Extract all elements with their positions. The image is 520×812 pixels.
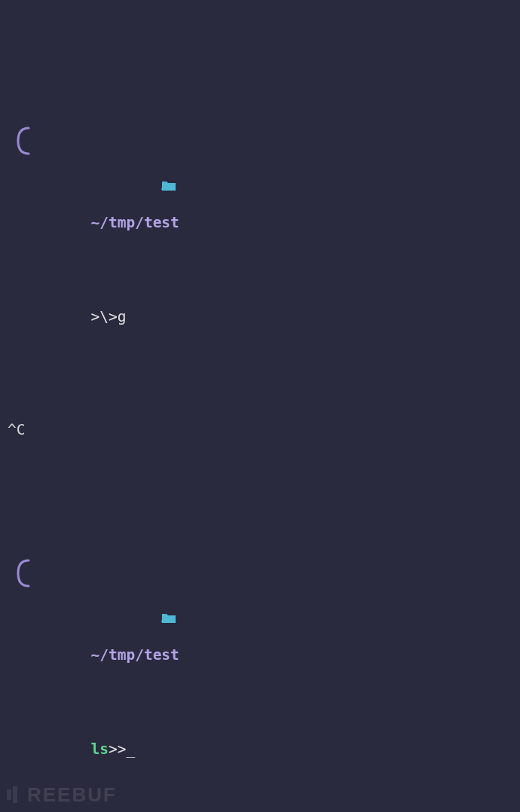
command-line[interactable]: >\>g: [90, 308, 126, 325]
prompt-block: ~/tmp/test >\>g: [8, 83, 515, 383]
prompt-arc-icon: [12, 517, 33, 553]
folder-icon: [90, 591, 107, 648]
cwd-path: ~/tmp/test: [90, 646, 179, 664]
command[interactable]: ls: [90, 740, 108, 758]
prompt-block: ~/tmp/test ls>>_: [8, 515, 515, 812]
prompt-arc-icon: [12, 84, 33, 121]
command-args[interactable]: >>_: [109, 740, 135, 758]
cwd-path: ~/tmp/test: [90, 214, 179, 231]
folder-icon: [90, 159, 107, 215]
output-line: ^C: [8, 421, 515, 440]
terminal-output[interactable]: ~/tmp/test >\>g ^C ~/tmp/test ls>>_: [0, 0, 520, 812]
